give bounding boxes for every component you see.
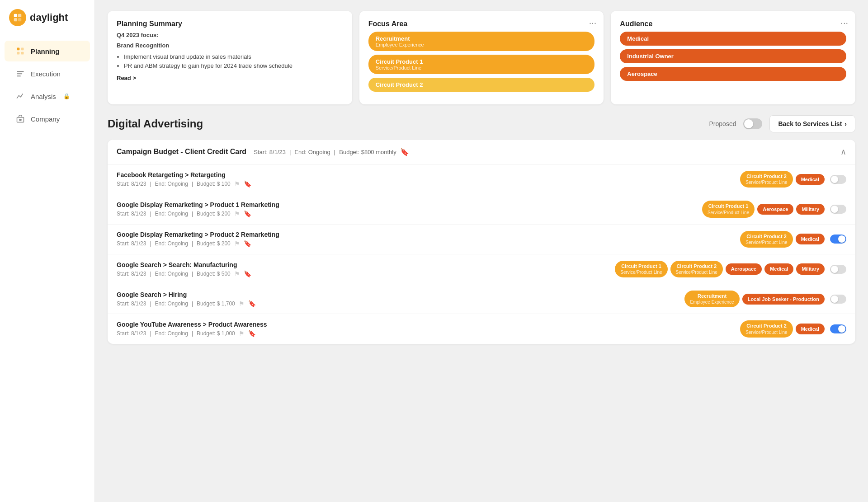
service-tag[interactable]: Medical: [796, 174, 825, 185]
service-info: Facebook Retargeting > RetargetingStart:…: [117, 171, 261, 188]
service-budget: Budget: $ 100: [197, 181, 231, 187]
service-name: Google YouTube Awareness > Product Aware…: [117, 321, 267, 328]
campaign-name: Campaign Budget - Client Credit Card: [117, 148, 246, 156]
planning-summary-title: Planning Summary: [117, 20, 343, 28]
sidebar-item-company[interactable]: Company: [5, 108, 90, 129]
sidebar-item-analysis[interactable]: Analysis 🔒: [5, 86, 90, 107]
audience-tag-1[interactable]: Industrial Owner: [620, 49, 846, 63]
proposed-toggle-wrap: [743, 118, 762, 129]
audience-tag-2[interactable]: Aerospace: [620, 67, 846, 81]
proposed-toggle[interactable]: [743, 118, 762, 129]
bookmark-icon[interactable]: 🔖: [248, 300, 256, 307]
bookmark-icon[interactable]: 🔖: [248, 330, 256, 337]
digital-advertising-header: Digital Advertising Proposed Back to Ser…: [108, 115, 855, 132]
focus-tag-2[interactable]: Circuit Product 2: [368, 78, 595, 92]
service-tag[interactable]: Circuit Product 2Service/Product Line: [670, 261, 723, 277]
service-tag[interactable]: Circuit Product 2Service/Product Line: [740, 231, 793, 248]
flag-icon[interactable]: ⚑: [239, 330, 245, 337]
campaign-bookmark-icon[interactable]: 🔖: [400, 148, 409, 156]
audience-more-button[interactable]: ···: [840, 18, 848, 27]
focus-tag-1[interactable]: Circuit Product 1 Service/Product Line: [368, 55, 595, 74]
service-toggle[interactable]: [830, 295, 846, 304]
svg-rect-10: [17, 75, 21, 76]
service-tags: Circuit Product 2Service/Product LineMed…: [273, 320, 825, 337]
service-tag[interactable]: Circuit Product 1Service/Product Line: [615, 261, 667, 277]
service-end: End: Ongoing: [155, 271, 188, 277]
service-tags: Circuit Product 2Service/Product LineMed…: [285, 231, 825, 248]
service-start: Start: 8/1/23: [117, 181, 146, 187]
campaign-collapse-button[interactable]: ∧: [840, 147, 846, 157]
service-end: End: Ongoing: [155, 211, 188, 217]
service-budget: Budget: $ 1,700: [197, 300, 235, 307]
service-tag[interactable]: Military: [796, 263, 825, 274]
service-toggle[interactable]: [830, 324, 846, 333]
service-row: Google Display Remarketing > Product 1 R…: [108, 194, 855, 224]
service-tag[interactable]: Circuit Product 1Service/Product Line: [702, 201, 755, 217]
flag-icon[interactable]: ⚑: [234, 210, 240, 217]
service-tag[interactable]: Aerospace: [726, 263, 762, 274]
proposed-label: Proposed: [709, 120, 736, 127]
flag-icon[interactable]: ⚑: [234, 270, 240, 277]
service-tag[interactable]: Aerospace: [757, 204, 793, 215]
bookmark-icon[interactable]: 🔖: [244, 240, 251, 247]
read-more-link[interactable]: Read >: [117, 75, 343, 81]
service-name: Google Display Remarketing > Product 1 R…: [117, 201, 279, 208]
analysis-icon: [15, 91, 25, 101]
main-content: Planning Summary Q4 2023 focus: Brand Re…: [95, 0, 868, 502]
chevron-right-icon: ›: [844, 120, 847, 127]
campaign-header: Campaign Budget - Client Credit Card Sta…: [108, 140, 855, 164]
service-tag[interactable]: Local Job Seeker - Production: [742, 294, 825, 305]
service-toggle[interactable]: [830, 175, 846, 184]
focus-tag-0[interactable]: Recruitment Employee Experience: [368, 32, 595, 51]
logo-icon: [9, 9, 26, 26]
bookmark-icon[interactable]: 🔖: [244, 210, 251, 217]
service-budget: Budget: $ 500: [197, 271, 231, 277]
campaign-meta: Start: 8/1/23 | End: Ongoing | Budget: $…: [254, 148, 409, 156]
bookmark-icon[interactable]: 🔖: [244, 270, 251, 277]
service-end: End: Ongoing: [155, 300, 188, 307]
service-tag[interactable]: Medical: [796, 234, 825, 244]
sidebar-analysis-label: Analysis: [31, 93, 56, 100]
svg-rect-5: [21, 48, 24, 51]
svg-rect-8: [17, 71, 24, 72]
planning-bullets: Implement visual brand update in sales m…: [124, 52, 343, 70]
focus-more-button[interactable]: ···: [589, 18, 597, 27]
service-toggle[interactable]: [830, 235, 846, 244]
service-meta: Start: 8/1/23 | End: Ongoing | Budget: $…: [117, 270, 261, 277]
flag-icon[interactable]: ⚑: [234, 180, 240, 188]
service-start: Start: 8/1/23: [117, 211, 146, 217]
bullet-1: Implement visual brand update in sales m…: [124, 52, 343, 61]
lock-icon: 🔒: [63, 93, 70, 99]
service-tag[interactable]: Military: [796, 204, 825, 215]
service-tag[interactable]: Medical: [764, 263, 793, 274]
service-row: Google YouTube Awareness > Product Aware…: [108, 314, 855, 343]
svg-rect-2: [14, 18, 17, 21]
planning-focus-label: Q4 2023 focus:: [117, 32, 343, 38]
svg-rect-1: [18, 14, 21, 17]
back-to-services-button[interactable]: Back to Services List ›: [769, 115, 855, 132]
flag-icon[interactable]: ⚑: [234, 240, 240, 247]
focus-tags: Recruitment Employee Experience Circuit …: [368, 32, 595, 95]
service-budget: Budget: $ 1,000: [197, 330, 235, 337]
logo: daylight: [0, 9, 94, 40]
service-meta: Start: 8/1/23 | End: Ongoing | Budget: $…: [117, 240, 279, 247]
audience-tags: Medical Industrial Owner Aerospace: [620, 32, 846, 84]
flag-icon[interactable]: ⚑: [239, 300, 245, 307]
service-tag[interactable]: Circuit Product 2Service/Product Line: [740, 320, 793, 337]
audience-tag-0[interactable]: Medical: [620, 32, 846, 46]
sidebar-item-execution[interactable]: Execution: [5, 63, 90, 84]
service-tag[interactable]: Circuit Product 2Service/Product Line: [740, 171, 793, 188]
service-start: Start: 8/1/23: [117, 240, 146, 247]
svg-rect-4: [17, 48, 20, 51]
service-toggle[interactable]: [830, 265, 846, 274]
audience-title: Audience: [620, 20, 846, 28]
service-name: Google Search > Search: Manufacturing: [117, 261, 261, 268]
bookmark-icon[interactable]: 🔖: [244, 180, 251, 188]
service-start: Start: 8/1/23: [117, 271, 146, 277]
sidebar-item-planning[interactable]: Planning: [5, 41, 90, 61]
focus-area-title: Focus Area: [368, 20, 595, 28]
service-meta: Start: 8/1/23 | End: Ongoing | Budget: $…: [117, 210, 279, 217]
service-tag[interactable]: Medical: [796, 324, 825, 334]
service-tag[interactable]: RecruitmentEmployee Experience: [684, 291, 739, 307]
service-toggle[interactable]: [830, 205, 846, 214]
